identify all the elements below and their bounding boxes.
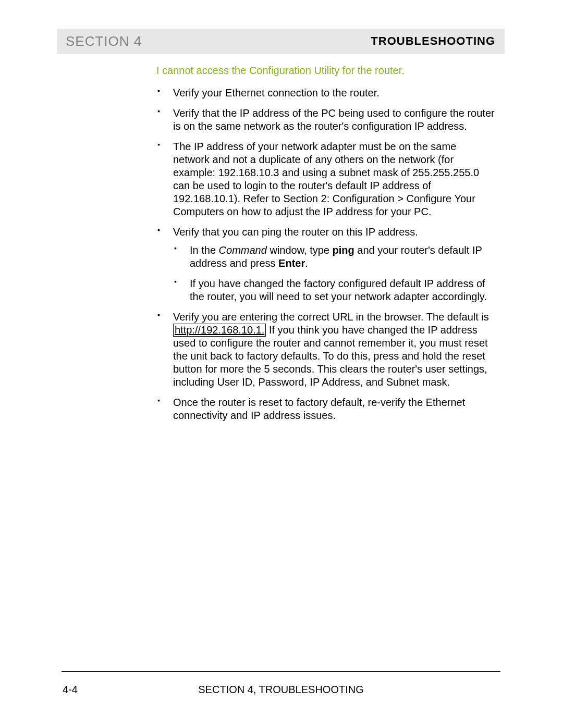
- text-bold-ping: ping: [333, 244, 354, 256]
- list-item: The IP address of your network adapter m…: [156, 140, 495, 218]
- page-footer: 4-4 SECTION 4, TROUBLESHOOTING: [57, 684, 505, 696]
- section-header-bar: SECTION 4 TROUBLESHOOTING: [57, 29, 505, 54]
- section-title: TROUBLESHOOTING: [371, 34, 495, 48]
- text-run: window, type: [267, 244, 333, 256]
- content-area: I cannot access the Configuration Utilit…: [156, 64, 495, 422]
- list-item-text: Verify that you can ping the router on t…: [173, 226, 418, 238]
- text-italic-command: Command: [219, 244, 267, 256]
- list-item: Verify you are entering the correct URL …: [156, 311, 495, 389]
- text-run: .: [305, 257, 308, 269]
- bullet-list: Verify your Ethernet connection to the r…: [156, 87, 495, 422]
- list-item: In the Command window, type ping and you…: [173, 244, 495, 270]
- section-label: SECTION 4: [66, 33, 142, 50]
- footer-rule: [62, 671, 500, 672]
- page-body: SECTION 4 TROUBLESHOOTING I cannot acces…: [57, 29, 505, 429]
- default-url-link[interactable]: http://192.168.10.1.: [173, 324, 266, 337]
- list-item: Verify your Ethernet connection to the r…: [156, 87, 495, 100]
- text-run: In the: [190, 244, 219, 256]
- list-item: Verify that the IP address of the PC bei…: [156, 107, 495, 133]
- list-item: Verify that you can ping the router on t…: [156, 226, 495, 303]
- list-item: Once the router is reset to factory defa…: [156, 396, 495, 422]
- footer-section-label: SECTION 4, TROUBLESHOOTING: [57, 684, 505, 696]
- topic-heading: I cannot access the Configuration Utilit…: [156, 64, 495, 77]
- sub-bullet-list: In the Command window, type ping and you…: [173, 244, 495, 303]
- list-item: If you have changed the factory configur…: [173, 277, 495, 303]
- page-number: 4-4: [63, 684, 78, 696]
- text-run: Verify you are entering the correct URL …: [173, 311, 489, 323]
- text-bold-enter: Enter: [278, 257, 305, 269]
